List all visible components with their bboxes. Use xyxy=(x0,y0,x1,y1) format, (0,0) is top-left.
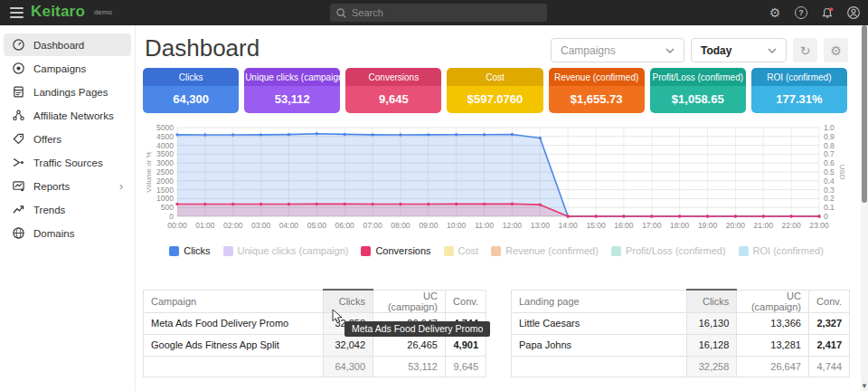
column-header-conv[interactable]: Conv. xyxy=(808,290,849,312)
metric-value: 64,300 xyxy=(143,86,239,113)
total-clicks: 32,258 xyxy=(687,356,737,377)
metric-value: 53,112 xyxy=(244,86,340,113)
chart-legend: Clicks Unique clicks (campaign) Conversi… xyxy=(143,245,850,256)
legend-item-revenue[interactable]: Revenue (confirmed) xyxy=(491,245,599,256)
sidebar-item-label: Offers xyxy=(33,134,61,145)
total-uc: 53,112 xyxy=(373,356,446,377)
svg-text:06:00: 06:00 xyxy=(335,221,355,230)
svg-text:4000: 4000 xyxy=(156,141,174,150)
campaign-name[interactable]: Meta Ads Food Delivery Promo xyxy=(144,312,324,334)
svg-text:12:00: 12:00 xyxy=(503,221,523,230)
sidebar-item-label: Traffic Sources xyxy=(33,157,103,168)
search-icon xyxy=(336,8,346,18)
metric-card-revenue[interactable]: Revenue (confirmed) $1,655.73 xyxy=(549,68,645,113)
svg-text:0.1: 0.1 xyxy=(824,203,835,212)
metric-card-unique-clicks[interactable]: Unique clicks (campaign) 53,112 xyxy=(244,68,340,113)
scrollbar-thumb[interactable] xyxy=(862,25,867,203)
sidebar-item-trends[interactable]: Trends xyxy=(4,198,131,221)
metric-value: 9,645 xyxy=(345,86,441,113)
uc-cell: 13,366 xyxy=(737,312,809,334)
gauge-icon xyxy=(12,38,25,52)
metric-value: $1,058.65 xyxy=(650,86,746,113)
svg-text:08:00: 08:00 xyxy=(391,221,410,230)
column-header-uc[interactable]: UC (campaign) xyxy=(737,290,809,312)
uc-cell: 13,281 xyxy=(737,334,809,356)
sidebar-item-offers[interactable]: Offers xyxy=(4,128,131,150)
campaigns-filter-select[interactable]: Campaigns xyxy=(551,38,684,62)
metric-card-cost[interactable]: Cost $597.0760 xyxy=(447,68,542,113)
network-icon xyxy=(12,109,25,122)
svg-text:03:00: 03:00 xyxy=(251,221,271,230)
legend-swatch xyxy=(491,246,501,256)
sidebar-item-affiliate-networks[interactable]: Affiliate Networks xyxy=(4,104,131,127)
svg-text:5000: 5000 xyxy=(156,123,174,132)
legend-item-clicks[interactable]: Clicks xyxy=(169,245,210,256)
metric-card-roi[interactable]: ROI (confirmed) 177.31% xyxy=(751,68,847,113)
column-header-landing-page[interactable]: Landing page xyxy=(512,290,687,312)
mouse-cursor xyxy=(332,309,344,325)
settings-icon[interactable]: ⚙ xyxy=(768,5,782,20)
legend-swatch xyxy=(444,246,454,256)
metric-card-conversions[interactable]: Conversions 9,645 xyxy=(345,68,441,113)
sidebar-item-landings-pages[interactable]: Landings Pages xyxy=(4,81,131,103)
sidebar-item-reports[interactable]: Reports › xyxy=(4,175,131,197)
menu-toggle-icon[interactable] xyxy=(10,7,24,18)
dashboard-settings-button[interactable]: ⚙ xyxy=(824,38,848,62)
refresh-icon: ↻ xyxy=(800,43,811,58)
scroll-down-arrow-icon[interactable]: ▼ xyxy=(861,382,868,390)
column-header-clicks[interactable]: Clicks xyxy=(687,290,737,312)
search-box[interactable] xyxy=(330,4,547,22)
metric-label: Cost xyxy=(447,68,542,86)
target-icon xyxy=(12,62,25,75)
legend-swatch xyxy=(169,246,179,256)
svg-text:USD: USD xyxy=(838,165,846,180)
help-icon[interactable]: ? xyxy=(794,5,808,20)
campaign-name[interactable]: Google Ads Fitness App Split xyxy=(144,334,324,356)
notifications-icon[interactable] xyxy=(820,5,835,20)
svg-text:19:00: 19:00 xyxy=(698,221,718,230)
sidebar-item-label: Trends xyxy=(33,205,65,215)
svg-text:17:00: 17:00 xyxy=(642,221,662,230)
metric-card-profit-loss[interactable]: Profit/Loss (confirmed) $1,058.65 xyxy=(650,68,746,113)
svg-text:11:00: 11:00 xyxy=(475,221,494,230)
branch-icon xyxy=(12,156,25,169)
metric-cards: Clicks 64,300 Unique clicks (campaign) 5… xyxy=(143,68,847,113)
search-input[interactable] xyxy=(352,7,541,18)
sidebar-item-traffic-sources[interactable]: Traffic Sources xyxy=(4,151,131,174)
uc-cell: 26,465 xyxy=(373,334,446,356)
metric-value: 177.31% xyxy=(751,86,847,113)
column-header-conv[interactable]: Conv. xyxy=(445,290,486,312)
landing-page-name[interactable]: Papa Johns xyxy=(512,334,687,356)
globe-icon xyxy=(12,226,25,240)
metric-label: ROI (confirmed) xyxy=(751,68,847,86)
sidebar-item-label: Dashboard xyxy=(33,40,84,51)
clicks-cell: 16,130 xyxy=(687,312,737,334)
legend-item-conversions[interactable]: Conversions xyxy=(361,245,430,256)
column-header-uc[interactable]: UC (campaign) xyxy=(373,290,446,312)
landing-page-name[interactable]: Little Caesars xyxy=(512,312,687,334)
svg-text:15:00: 15:00 xyxy=(586,221,606,230)
svg-text:0.9: 0.9 xyxy=(824,132,835,141)
sidebar-item-domains[interactable]: Domains xyxy=(4,222,131,244)
date-range-select[interactable]: Today xyxy=(691,38,787,62)
refresh-button[interactable]: ↻ xyxy=(793,38,817,62)
account-icon[interactable] xyxy=(846,5,861,20)
sidebar-item-campaigns[interactable]: Campaigns xyxy=(4,57,131,80)
traffic-chart[interactable]: 0500100015002000250030003500400045005000… xyxy=(143,119,850,237)
metric-label: Profit/Loss (confirmed) xyxy=(650,68,746,86)
svg-text:05:00: 05:00 xyxy=(307,221,327,230)
metric-card-clicks[interactable]: Clicks 64,300 xyxy=(143,68,239,113)
total-uc: 26,647 xyxy=(737,356,809,377)
legend-item-unique-clicks[interactable]: Unique clicks (campaign) xyxy=(223,245,349,256)
page-scrollbar[interactable]: ▼ xyxy=(861,25,868,391)
legend-item-cost[interactable]: Cost xyxy=(444,245,479,256)
legend-item-roi[interactable]: ROI (confirmed) xyxy=(739,245,824,256)
legend-swatch xyxy=(611,246,621,256)
clicks-cell: 32,042 xyxy=(324,334,373,356)
legend-item-profit-loss[interactable]: Profit/Loss (confirmed) xyxy=(611,245,726,256)
sidebar-item-dashboard[interactable]: Dashboard xyxy=(4,33,131,56)
column-header-clicks[interactable]: Clicks xyxy=(324,290,373,312)
brand-logo[interactable]: Keitaro xyxy=(31,3,85,21)
column-header-campaign[interactable]: Campaign xyxy=(144,290,324,312)
legend-swatch xyxy=(361,246,371,256)
